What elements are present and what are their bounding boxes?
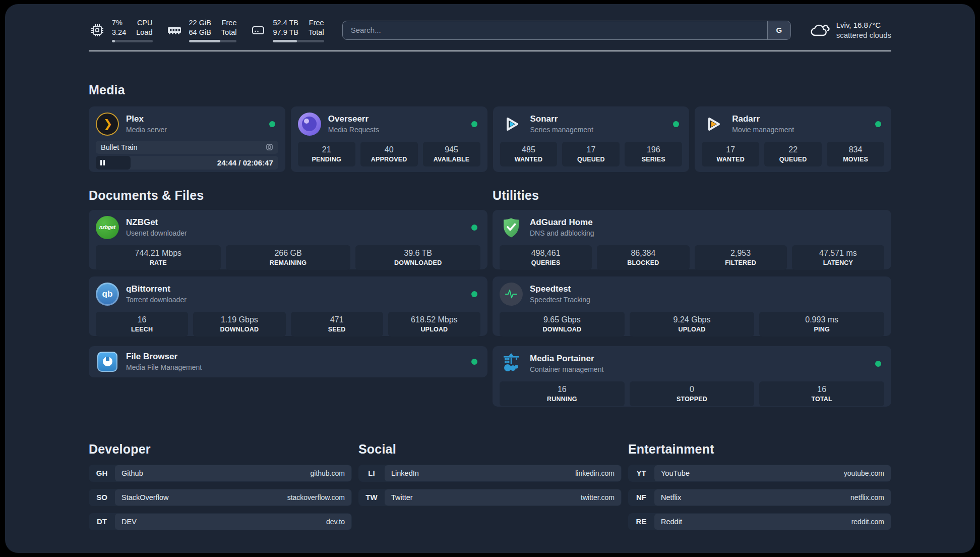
app-card-adguard-home[interactable]: AdGuard Home DNS and adblocking 498,461 … bbox=[493, 210, 891, 269]
app-card-radarr[interactable]: Radarr Movie management 17 WANTED 22 QUE… bbox=[695, 106, 891, 172]
app-description: Speedtest Tracking bbox=[530, 296, 590, 304]
app-card-plex[interactable]: ❯ Plex Media server Bullet Train bbox=[89, 106, 285, 172]
link-url: twitter.com bbox=[581, 493, 615, 502]
stat-total: 16 TOTAL bbox=[759, 381, 884, 406]
link-name: YouTube bbox=[661, 469, 690, 477]
stat-approved: 40 APPROVED bbox=[360, 142, 418, 166]
link-reddit[interactable]: RE Reddit reddit.com bbox=[628, 513, 891, 530]
app-description: Usenet downloader bbox=[126, 229, 187, 237]
playback-progress-bar[interactable]: 24:44 / 02:06:47 bbox=[96, 156, 278, 170]
overseerr-icon bbox=[298, 113, 321, 136]
header-bar: 7% 3.24 CPU Load bbox=[89, 18, 891, 42]
section-documents-files: Documents & Files nzbget NZBGet Usenet d… bbox=[89, 188, 487, 384]
section-developer: Developer GH Github github.com SO StackO… bbox=[89, 442, 352, 537]
stat-queries: 498,461 QUERIES bbox=[500, 245, 592, 270]
stat-movies: 834 MOVIES bbox=[827, 142, 884, 166]
status-dot bbox=[269, 121, 275, 127]
app-card-qbittorrent[interactable]: qb qBittorrent Torrent downloader 16 LEE… bbox=[89, 276, 487, 336]
stat-upload: 9.24 Gbps UPLOAD bbox=[630, 312, 755, 337]
cloud-icon bbox=[809, 22, 830, 39]
app-description: Media Requests bbox=[328, 126, 379, 134]
link-name: LinkedIn bbox=[391, 469, 419, 477]
link-abbr: RE bbox=[628, 513, 654, 530]
app-card-speedtest[interactable]: Speedtest Speedtest Tracking 9.65 Gbps D… bbox=[493, 276, 891, 336]
storage-progress-bar bbox=[273, 40, 324, 42]
weather-condition: scattered clouds bbox=[836, 30, 891, 40]
stat-upload: 618.52 Mbps UPLOAD bbox=[388, 312, 480, 337]
stat-queued: 22 QUEUED bbox=[764, 142, 822, 166]
storage-free-label: Free bbox=[309, 18, 324, 28]
storage-stat: 52.4 TB 97.9 TB Free Total bbox=[250, 18, 324, 42]
link-abbr: NF bbox=[628, 489, 654, 506]
app-card-overseerr[interactable]: Overseerr Media Requests 21 PENDING 40 A… bbox=[291, 106, 487, 172]
cpu-load-value: 3.24 bbox=[112, 28, 126, 37]
search-engine-button[interactable]: G bbox=[767, 21, 790, 39]
sonarr-icon bbox=[500, 113, 523, 136]
memory-total-label: Total bbox=[221, 28, 237, 37]
link-name: Netflix bbox=[661, 493, 681, 502]
now-playing-widget: Bullet Train 24:44 / 02:06:47 bbox=[96, 141, 278, 170]
stat-queued: 17 QUEUED bbox=[562, 142, 620, 166]
app-card-media-portainer[interactable]: Media Portainer Container management 16 … bbox=[493, 346, 891, 407]
stat-remaining: 266 GB REMAINING bbox=[226, 245, 351, 270]
link-dev[interactable]: DT DEV dev.to bbox=[89, 513, 352, 530]
speedtest-pulse-icon bbox=[500, 283, 523, 306]
stat-downloaded: 39.6 TB DOWNLOADED bbox=[355, 245, 480, 270]
link-netflix[interactable]: NF Netflix netflix.com bbox=[628, 489, 891, 506]
stat-available: 945 AVAILABLE bbox=[423, 142, 480, 166]
storage-total-value: 97.9 TB bbox=[273, 28, 298, 37]
camera-icon[interactable] bbox=[266, 143, 273, 151]
portainer-icon bbox=[500, 352, 523, 375]
app-title: Sonarr bbox=[530, 114, 593, 124]
section-utilities: Utilities bbox=[493, 188, 891, 414]
memory-free-label: Free bbox=[221, 18, 237, 28]
cpu-usage-value: 7% bbox=[112, 18, 126, 28]
section-title-documents: Documents & Files bbox=[89, 188, 487, 203]
status-dot bbox=[673, 121, 679, 127]
link-abbr: GH bbox=[89, 465, 115, 482]
weather-location-temp: Lviv, 16.87°C bbox=[836, 20, 891, 30]
cpu-stat: 7% 3.24 CPU Load bbox=[89, 18, 153, 42]
link-name: Reddit bbox=[661, 518, 682, 526]
app-description: Container management bbox=[530, 365, 603, 373]
app-title: Speedtest bbox=[530, 284, 590, 294]
stat-filtered: 2,953 FILTERED bbox=[695, 245, 787, 270]
memory-total-value: 64 GiB bbox=[189, 28, 211, 37]
radarr-icon bbox=[702, 113, 725, 136]
stat-blocked: 86,384 BLOCKED bbox=[597, 245, 689, 270]
app-card-nzbget[interactable]: nzbget NZBGet Usenet downloader 744.21 M… bbox=[89, 210, 487, 269]
link-name: Github bbox=[121, 469, 143, 477]
now-playing-title: Bullet Train bbox=[101, 143, 138, 151]
link-abbr: DT bbox=[89, 513, 115, 530]
status-dot bbox=[875, 361, 881, 367]
section-title-social: Social bbox=[358, 442, 622, 457]
file-browser-icon bbox=[96, 350, 119, 373]
search-input[interactable] bbox=[343, 21, 767, 39]
cpu-usage-label: CPU bbox=[136, 18, 152, 28]
nzbget-icon: nzbget bbox=[96, 216, 119, 239]
link-url: stackoverflow.com bbox=[287, 493, 345, 502]
storage-free-value: 52.4 TB bbox=[273, 18, 298, 28]
app-title: Plex bbox=[126, 114, 167, 124]
app-description: Movie management bbox=[732, 126, 794, 134]
stat-seed: 471 SEED bbox=[291, 312, 383, 337]
stat-running: 16 RUNNING bbox=[500, 381, 625, 406]
app-card-sonarr[interactable]: Sonarr Series management 485 WANTED 17 Q… bbox=[493, 106, 690, 172]
app-card-file-browser[interactable]: File Browser Media File Management bbox=[89, 346, 487, 377]
header-divider bbox=[89, 50, 891, 51]
status-dot bbox=[471, 291, 477, 297]
link-name: DEV bbox=[121, 518, 137, 526]
system-stats: 7% 3.24 CPU Load bbox=[89, 18, 324, 42]
qbittorrent-icon: qb bbox=[96, 283, 119, 306]
link-linkedin[interactable]: LI LinkedIn linkedin.com bbox=[358, 465, 622, 482]
weather-widget: Lviv, 16.87°C scattered clouds bbox=[809, 20, 891, 41]
app-title: Media Portainer bbox=[530, 354, 603, 364]
link-url: netflix.com bbox=[850, 493, 884, 502]
link-youtube[interactable]: YT YouTube youtube.com bbox=[628, 465, 891, 482]
link-github[interactable]: GH Github github.com bbox=[89, 465, 352, 482]
link-stackoverflow[interactable]: SO StackOverflow stackoverflow.com bbox=[89, 489, 352, 506]
stat-rate: 744.21 Mbps RATE bbox=[96, 245, 221, 270]
link-name: Twitter bbox=[391, 493, 413, 502]
stat-wanted: 485 WANTED bbox=[500, 142, 558, 166]
link-twitter[interactable]: TW Twitter twitter.com bbox=[358, 489, 622, 506]
